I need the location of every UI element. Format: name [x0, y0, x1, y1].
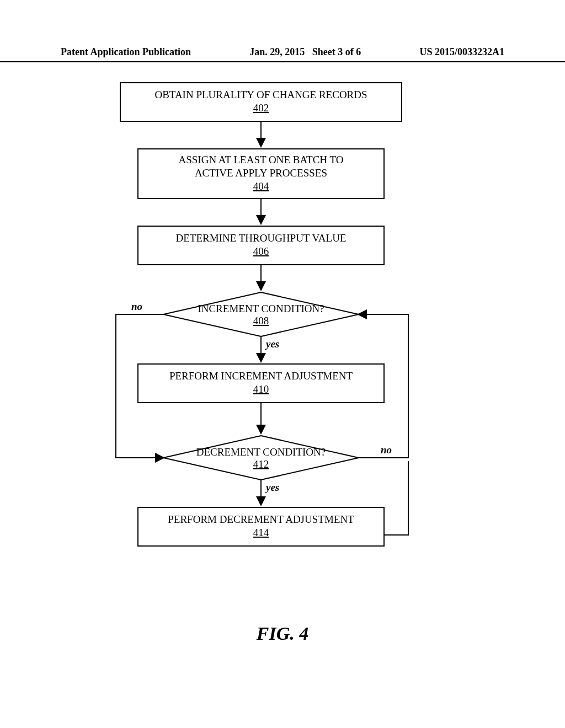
flow-box-406-ref: 406: [253, 245, 269, 257]
flow-diamond-412-ref: 412: [253, 458, 269, 470]
edge-412-yes-label: yes: [265, 481, 279, 493]
header-right: US 2015/0033232A1: [419, 46, 504, 58]
header-left: Patent Application Publication: [61, 46, 191, 58]
page: Patent Application Publication Jan. 29, …: [0, 0, 565, 728]
flow-diamond-408-ref: 408: [253, 315, 269, 326]
flow-box-414-ref: 414: [253, 527, 269, 538]
flow-box-404-label-line1: ASSIGN AT LEAST ONE BATCH TO: [179, 154, 344, 165]
header-middle: Jan. 29, 2015 Sheet 3 of 6: [249, 46, 361, 58]
flow-box-410-label: PERFORM INCREMENT ADJUSTMENT: [169, 370, 353, 382]
flow-box-404-ref: 404: [253, 180, 269, 192]
flow-diamond-408: [163, 292, 359, 336]
flowchart-svg: OBTAIN PLURALITY OF CHANGE RECORDS 402 A…: [0, 72, 565, 601]
flow-diamond-412: [163, 436, 359, 480]
flow-diamond-412-label: DECREMENT CONDITION?: [196, 446, 326, 458]
edge-408-yes-label: yes: [265, 338, 279, 350]
flowchart: OBTAIN PLURALITY OF CHANGE RECORDS 402 A…: [0, 72, 565, 678]
figure-caption: FIG. 4: [0, 623, 565, 644]
flow-box-402-ref: 402: [253, 102, 269, 114]
edge-408-no-label: no: [131, 301, 142, 312]
flow-box-404-label-line2: ACTIVE APPLY PROCESSES: [195, 167, 327, 179]
flow-box-406-label: DETERMINE THROUGHPUT VALUE: [176, 232, 347, 244]
flow-box-402-label: OBTAIN PLURALITY OF CHANGE RECORDS: [154, 89, 367, 100]
edge-412-no-label: no: [381, 444, 392, 456]
page-header: Patent Application Publication Jan. 29, …: [0, 46, 565, 62]
header-sheet: Sheet 3 of 6: [312, 46, 361, 57]
edge-414-408-loop: [384, 461, 408, 535]
header-date: Jan. 29, 2015: [249, 46, 305, 57]
flow-box-410-ref: 410: [253, 383, 269, 395]
flow-box-414-label: PERFORM DECREMENT ADJUSTMENT: [168, 513, 354, 525]
flow-diamond-408-label: INCREMENT CONDITION?: [198, 303, 324, 314]
